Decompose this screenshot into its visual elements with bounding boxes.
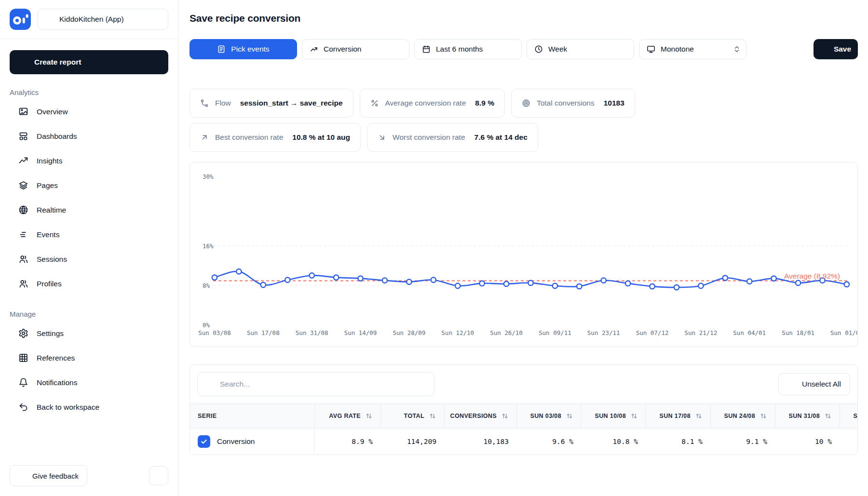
- column-label: SUN 24/08: [724, 413, 755, 419]
- data-point-1409: [358, 276, 363, 281]
- average-label: Average (8.92%): [784, 272, 840, 280]
- create-report-label: Create report: [34, 58, 81, 67]
- data-point-0102: [844, 282, 849, 287]
- cell-conversions: 10,183: [444, 429, 516, 455]
- clock-icon: [534, 45, 543, 54]
- chevrons-up-down-icon: [154, 15, 162, 23]
- back-icon: [18, 402, 28, 412]
- references-icon: [18, 353, 28, 363]
- data-point-1910: [479, 281, 484, 286]
- cell-avg-rate: 8.9 %: [314, 429, 380, 455]
- unselect-all-button[interactable]: Unselect All: [778, 373, 850, 395]
- date-range-button[interactable]: Last 6 months: [414, 39, 522, 59]
- cell-sun-07-09: 9.6 %: [840, 429, 858, 455]
- sidebar-footer: Give feedback: [0, 457, 178, 496]
- best-rate-label: Best conversion rate: [215, 133, 283, 142]
- app-selector[interactable]: KiddoKitchen (App): [38, 9, 168, 30]
- data-point-0709: [334, 275, 339, 280]
- create-report-button[interactable]: Create report: [10, 50, 168, 74]
- sidebar-item-dashboards[interactable]: Dashboards: [0, 124, 178, 148]
- section-label-manage: Manage: [10, 310, 168, 318]
- data-point-2809: [407, 280, 411, 284]
- data-point-1210: [455, 283, 460, 288]
- data-point-0401: [747, 279, 752, 284]
- x-tick-label: Sun 14/09: [344, 329, 377, 336]
- sidebar-item-pages[interactable]: Pages: [0, 173, 178, 198]
- sidebar-item-settings[interactable]: Settings: [0, 321, 178, 346]
- interval-button[interactable]: Week: [527, 39, 634, 59]
- column-label: SUN 03/08: [530, 413, 561, 419]
- y-tick-label: 8%: [203, 282, 210, 289]
- user-menu-button[interactable]: [149, 466, 168, 485]
- series-search: [197, 372, 434, 396]
- sidebar-item-overview[interactable]: Overview: [0, 99, 178, 124]
- column-header-sun-03-08[interactable]: SUN 03/08: [516, 404, 581, 428]
- conversion-button[interactable]: Conversion: [302, 39, 409, 59]
- data-point-1801: [796, 281, 800, 285]
- pick-events-button[interactable]: Pick events: [190, 39, 297, 59]
- note-icon: [217, 45, 226, 54]
- worst-rate-label: Worst conversion rate: [393, 133, 465, 142]
- flow-label: Flow: [215, 99, 231, 107]
- arrow-up-right-icon: [200, 133, 209, 142]
- search-icon: [204, 380, 213, 389]
- column-header-sun-10-08[interactable]: SUN 10/08: [581, 404, 646, 428]
- sidebar-nav: AnalyticsOverviewDashboardsInsightsPages…: [0, 74, 178, 419]
- column-header-avg-rate[interactable]: AVG RATE: [314, 404, 380, 428]
- sidebar-item-events[interactable]: Events: [0, 222, 178, 247]
- column-header-sun-31-08[interactable]: SUN 31/08: [775, 404, 840, 428]
- column-label: SUN 17/08: [659, 413, 691, 419]
- column-header-sun-24-08[interactable]: SUN 24/08: [710, 404, 775, 428]
- avg-rate-label: Average conversion rate: [385, 99, 466, 107]
- chevrons-up-down-icon: [733, 45, 741, 53]
- serie-checkbox[interactable]: [198, 435, 210, 448]
- column-header-sun-17-08[interactable]: SUN 17/08: [646, 404, 710, 428]
- cell-sun-31-08: 10 %: [775, 429, 840, 455]
- data-point-0211: [528, 281, 533, 285]
- cell-total: 114,209: [380, 429, 444, 455]
- sort-icon: [429, 412, 436, 420]
- sidebar-item-notifications[interactable]: Notifications: [0, 370, 178, 395]
- chart-style-button[interactable]: Monotone: [639, 39, 746, 59]
- trending-up-icon: [310, 45, 318, 54]
- x-tick-label: Sun 21/12: [685, 329, 718, 336]
- avg-rate-chip: Average conversion rate8.9 %: [360, 89, 505, 118]
- search-input[interactable]: [219, 379, 427, 389]
- serie-name: Conversion: [217, 437, 255, 446]
- sort-icon: [760, 412, 767, 420]
- data-point-3108: [310, 273, 314, 278]
- save-button-label: Save: [834, 45, 851, 54]
- sidebar-item-back-to-workspace[interactable]: Back to workspace: [0, 395, 178, 419]
- settings-icon: [18, 328, 28, 338]
- y-tick-label: 16%: [203, 242, 214, 250]
- sidebar-item-label: Back to workspace: [37, 403, 99, 412]
- sidebar-item-sessions[interactable]: Sessions: [0, 247, 178, 271]
- data-point-2408: [285, 278, 290, 282]
- sidebar-item-label: References: [37, 354, 75, 362]
- data-point-1412: [674, 285, 679, 290]
- toolbar: Pick eventsConversionLast 6 monthsWeekMo…: [190, 39, 858, 59]
- conversion-label: Conversion: [324, 45, 361, 54]
- sidebar-item-label: Overview: [37, 107, 68, 116]
- serie-cell: Conversion: [190, 429, 314, 455]
- sidebar-item-label: Profiles: [37, 280, 62, 288]
- total-conversions-chip: Total conversions10183: [511, 89, 635, 118]
- give-feedback-button[interactable]: Give feedback: [10, 465, 87, 486]
- column-label: CONVERSIONS: [450, 413, 497, 419]
- column-header-total[interactable]: TOTAL: [380, 404, 444, 428]
- notifications-icon: [18, 377, 28, 388]
- column-header-sun-07-09[interactable]: SUN 07/09: [840, 404, 858, 428]
- sidebar-item-profiles[interactable]: Profiles: [0, 271, 178, 296]
- building-icon: [44, 14, 54, 24]
- stats-row-2: Best conversion rate10.8 % at 10 augWors…: [190, 123, 858, 152]
- y-tick-label: 30%: [203, 173, 214, 180]
- y-tick-label: 0%: [203, 322, 210, 329]
- sidebar-item-references[interactable]: References: [0, 346, 178, 370]
- column-header-conversions[interactable]: CONVERSIONS: [444, 404, 516, 428]
- worst-rate-chip: Worst conversion rate7.6 % at 14 dec: [367, 123, 538, 152]
- sidebar-item-realtime[interactable]: Realtime: [0, 198, 178, 222]
- sidebar-item-insights[interactable]: Insights: [0, 148, 178, 173]
- x-tick-label: Sun 18/01: [782, 329, 814, 336]
- save-button[interactable]: Save: [814, 39, 858, 59]
- worst-rate-value: 7.6 % at 14 dec: [475, 133, 528, 142]
